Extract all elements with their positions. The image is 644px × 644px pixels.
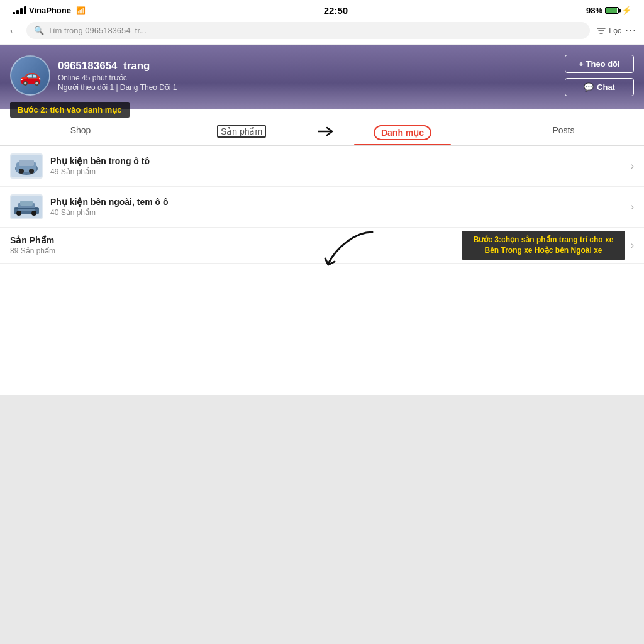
signal-bars — [13, 6, 26, 14]
signal-bar-2 — [16, 10, 19, 14]
svg-rect-3 — [19, 160, 34, 166]
chat-icon: 💬 — [584, 82, 594, 92]
chat-button[interactable]: 💬 Chat — [565, 78, 634, 96]
category-text-2: Phụ kiện bên ngoài, tem ô ô 40 Sản phẩm — [50, 197, 623, 217]
danhmuc-oval: Danh mục — [374, 125, 431, 140]
search-bar: ← 🔍 Tìm trong 0965183654_tr... Lọc ··· — [0, 18, 644, 45]
filter-label: Lọc — [609, 26, 621, 35]
signal-bar-3 — [20, 8, 23, 14]
svg-point-11 — [31, 211, 36, 216]
search-input-area[interactable]: 🔍 Tìm trong 0965183654_tr... — [26, 22, 590, 39]
search-placeholder: Tìm trong 0965183654_tr... — [48, 26, 147, 35]
tab-sanpham[interactable]: Sản phẩm — [161, 119, 322, 145]
avatar: 🚗 — [10, 55, 50, 96]
category-item-2[interactable]: Phụ kiện bên ngoài, tem ô ô 40 Sản phẩm … — [0, 187, 644, 228]
category-name-2: Phụ kiện bên ngoài, tem ô ô — [50, 197, 623, 207]
sanpham-border-box: Sản phẩm — [217, 125, 266, 138]
category-count-1: 49 Sản phẩm — [50, 167, 623, 176]
signal-bar-4 — [24, 6, 26, 14]
signal-bar-1 — [13, 12, 15, 14]
category-text-1: Phụ kiện bên trong ô tô 49 Sản phẩm — [50, 156, 623, 176]
svg-point-4 — [19, 169, 24, 174]
filter-icon — [596, 26, 606, 36]
car-interior-icon — [11, 155, 42, 177]
category-thumb-1 — [10, 153, 43, 179]
tab-danhmuc[interactable]: Danh mục — [322, 119, 483, 145]
follow-button[interactable]: + Theo dõi — [565, 55, 634, 73]
tab-shop[interactable]: Shop — [0, 119, 161, 145]
avatar-image: 🚗 — [11, 57, 49, 94]
profile-name: 0965183654_trang — [58, 60, 557, 72]
profile-info: 0965183654_trang Online 45 phút trước Ng… — [58, 60, 557, 92]
more-options-button[interactable]: ··· — [625, 24, 636, 37]
wifi-icon: 📶 — [76, 6, 86, 15]
category-thumb-2 — [10, 194, 43, 219]
status-bar: VinaPhone 📶 22:50 98% ⚡ — [0, 0, 644, 18]
back-button[interactable]: ← — [8, 23, 20, 38]
category-item-1[interactable]: Phụ kiện bên trong ô tô 49 Sản phẩm › — [0, 146, 644, 187]
chevron-right-1: › — [631, 160, 634, 172]
category-list: Phụ kiện bên trong ô tô 49 Sản phẩm › — [0, 146, 644, 395]
time-display: 22:50 — [324, 5, 348, 16]
category-count-2: 40 Sản phẩm — [50, 208, 623, 217]
tab-posts[interactable]: Posts — [483, 119, 644, 145]
chevron-right-2: › — [631, 201, 634, 213]
svg-rect-9 — [20, 201, 33, 206]
profile-actions: + Theo dõi 💬 Chat — [565, 55, 634, 96]
product-row[interactable]: Sản Phẩm 89 Sản phẩm › Bước 3:chọn sản p… — [0, 228, 644, 264]
filter-button[interactable]: Lọc — [596, 26, 621, 36]
status-right: 98% ⚡ — [586, 6, 631, 15]
step3-annotation: Bước 3:chọn sản phẩm trang trí cho xe Bê… — [462, 231, 625, 260]
battery-fill — [606, 8, 617, 13]
svg-point-5 — [29, 169, 34, 174]
bottom-gray-area — [0, 395, 644, 644]
chevron-right-product: › — [631, 240, 634, 251]
profile-status: Online 45 phút trước — [58, 74, 557, 82]
svg-point-10 — [16, 211, 21, 216]
svg-rect-12 — [15, 208, 38, 209]
battery-percent: 98% — [586, 6, 602, 15]
carrier-name: VinaPhone — [29, 6, 71, 15]
profile-followers: Người theo dõi 1 | Đang Theo Dõi 1 — [58, 83, 557, 92]
status-left: VinaPhone 📶 — [13, 6, 86, 15]
profile-header: 🚗 0965183654_trang Online 45 phút trước … — [0, 45, 644, 109]
car-exterior-icon — [11, 196, 42, 218]
search-icon: 🔍 — [34, 26, 44, 35]
battery-icon — [605, 7, 619, 14]
category-name-1: Phụ kiện bên trong ô tô — [50, 156, 623, 166]
chat-label: Chat — [597, 82, 615, 92]
phone-frame: VinaPhone 📶 22:50 98% ⚡ ← 🔍 Tìm trong 09… — [0, 0, 644, 644]
charging-icon: ⚡ — [621, 6, 631, 15]
step2-annotation: Bước 2: tích vào danh mục — [10, 102, 130, 118]
filter-area: Lọc ··· — [596, 24, 636, 37]
